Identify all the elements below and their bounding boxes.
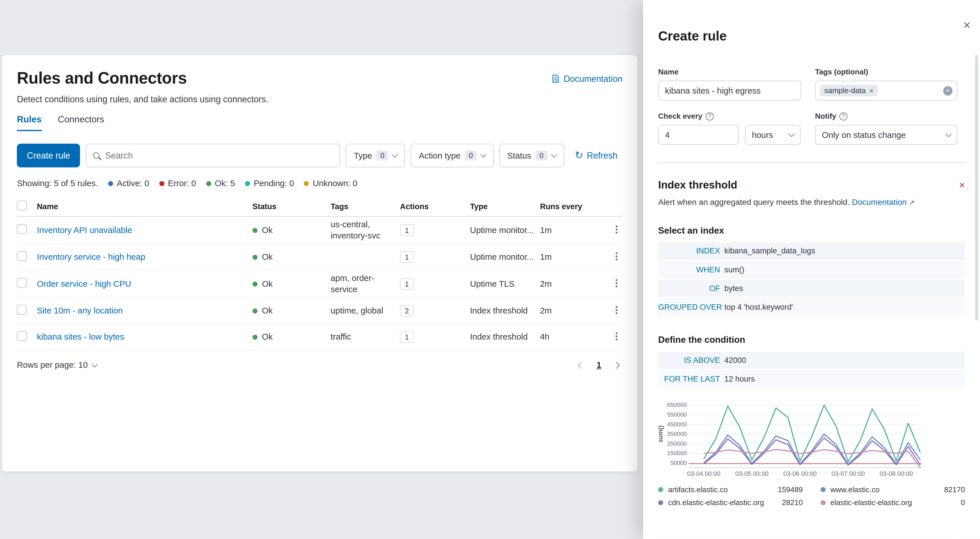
close-icon[interactable]: × xyxy=(963,19,970,31)
chevron-down-icon xyxy=(550,151,557,158)
rule-name-link[interactable]: kibana sites - low bytes xyxy=(37,333,124,342)
tab-connectors[interactable]: Connectors xyxy=(58,114,104,131)
column-type[interactable]: Type xyxy=(470,202,540,211)
help-icon[interactable]: ? xyxy=(839,112,848,120)
rule-type-text: Uptime TLS xyxy=(470,279,540,289)
help-icon[interactable]: ? xyxy=(705,112,713,120)
refresh-button[interactable]: ↻ Refresh xyxy=(570,144,622,168)
rule-name-link[interactable]: Inventory API unavailable xyxy=(37,225,132,235)
expression-index[interactable]: INDEXkibana_sample_data_logs xyxy=(658,242,965,260)
row-actions-kebab-icon[interactable] xyxy=(616,229,618,231)
status-dot xyxy=(108,181,113,185)
tab-rules[interactable]: Rules xyxy=(17,114,42,131)
row-checkbox[interactable] xyxy=(17,305,27,315)
create-rule-button[interactable]: Create rule xyxy=(17,144,80,168)
table-row: kibana sites - low bytes Ok traffic 1 In… xyxy=(17,324,622,350)
next-page-icon[interactable] xyxy=(613,362,620,369)
actions-count-badge: 1 xyxy=(400,251,414,263)
rows-per-page-selector[interactable]: Rows per page: 10 xyxy=(17,360,97,370)
column-runs-every[interactable]: Runs every xyxy=(540,202,597,211)
rules-and-connectors-panel: Rules and Connectors Documentation Detec… xyxy=(2,55,638,471)
expression-of[interactable]: OFbytes xyxy=(658,280,965,297)
filter-action-type[interactable]: Action type0 xyxy=(410,144,493,168)
check-every-input[interactable] xyxy=(658,125,739,145)
legend-item[interactable]: cdn.elastic-elastic-elastic.org28210 xyxy=(658,498,803,507)
actions-count-badge: 1 xyxy=(400,224,414,236)
status-text: Ok xyxy=(262,279,273,289)
filter-count-badge: 0 xyxy=(465,151,477,161)
legend-series-name: www.elastic.co xyxy=(830,485,879,494)
filter-type[interactable]: Type0 xyxy=(346,144,405,168)
runs-every-text: 4h xyxy=(540,333,597,342)
clear-tags-icon[interactable]: × xyxy=(943,86,953,95)
rule-type-title: Index threshold xyxy=(658,179,737,192)
expression-is-above[interactable]: IS ABOVE42000 xyxy=(658,352,965,369)
status-text: Ok xyxy=(262,225,273,235)
rule-name-link[interactable]: Site 10m - any location xyxy=(37,306,123,315)
filter-count-badge: 0 xyxy=(535,151,547,161)
refresh-label: Refresh xyxy=(587,151,618,161)
select-all-checkbox[interactable] xyxy=(17,201,27,211)
filter-status[interactable]: Status0 xyxy=(499,144,564,168)
expression-when[interactable]: WHENsum() xyxy=(658,261,965,279)
table-row: Inventory API unavailable Ok us-central,… xyxy=(17,217,622,244)
rule-type-documentation-link[interactable]: Documentation ↗ xyxy=(852,197,915,207)
status-text: Ok xyxy=(262,252,273,262)
condition-heading: Define the condition xyxy=(658,335,965,345)
rule-name-link[interactable]: Inventory service - high heap xyxy=(37,252,145,262)
column-name[interactable]: Name xyxy=(37,202,253,211)
column-status[interactable]: Status xyxy=(253,202,331,211)
legend-color-dot xyxy=(820,487,825,492)
tag-badge-label: sample-data xyxy=(824,86,866,95)
row-checkbox[interactable] xyxy=(17,278,27,288)
row-checkbox[interactable] xyxy=(17,331,27,341)
legend-item[interactable]: www.elastic.co82170 xyxy=(820,485,965,494)
tags-input[interactable]: sample-data × × xyxy=(815,81,958,101)
tags-text: apm, order-service xyxy=(331,273,400,295)
expression-for-the-last[interactable]: FOR THE LAST12 hours xyxy=(658,370,965,388)
legend-item[interactable]: artifacts.elastic.co159489 xyxy=(658,485,803,494)
stat-error: Error: 0 xyxy=(159,179,196,188)
status-dot xyxy=(253,308,258,313)
condition-expression-list: IS ABOVE42000FOR THE LAST12 hours xyxy=(658,352,965,388)
refresh-icon: ↻ xyxy=(575,151,583,161)
remove-rule-type-icon[interactable]: × xyxy=(959,181,965,190)
svg-text:450000: 450000 xyxy=(667,421,687,428)
expression-grouped-over[interactable]: GROUPED OVERtop 4 'host.keyword' xyxy=(658,298,965,316)
stat-label: Error: 0 xyxy=(168,179,196,188)
page-number-1[interactable]: 1 xyxy=(597,360,601,370)
tags-text: traffic xyxy=(331,331,400,342)
rule-type-text: Uptime monitor... xyxy=(470,252,540,262)
row-actions-kebab-icon[interactable] xyxy=(616,282,618,284)
documentation-link[interactable]: Documentation xyxy=(551,74,622,84)
rule-name-input[interactable] xyxy=(658,81,802,101)
check-every-unit-select[interactable]: hours xyxy=(745,125,800,145)
stat-label: Unknown: 0 xyxy=(313,179,358,188)
search-input[interactable] xyxy=(105,151,333,161)
column-actions[interactable]: Actions xyxy=(400,202,470,211)
row-checkbox[interactable] xyxy=(17,224,27,234)
expression-keyword: IS ABOVE xyxy=(658,356,720,365)
filter-count-badge: 0 xyxy=(376,151,388,161)
column-tags[interactable]: Tags xyxy=(331,202,400,211)
flyout-scrollbar[interactable] xyxy=(975,55,978,320)
status-dot xyxy=(253,255,258,260)
tabs: Rules Connectors xyxy=(17,114,622,131)
legend-color-dot xyxy=(658,500,663,505)
remove-tag-icon[interactable]: × xyxy=(869,87,873,94)
row-checkbox[interactable] xyxy=(17,251,27,261)
legend-color-dot xyxy=(820,500,825,505)
select-index-heading: Select an index xyxy=(658,225,965,236)
rule-type-text: Index threshold xyxy=(470,333,540,342)
expression-value: 12 hours xyxy=(724,375,755,383)
legend-color-dot xyxy=(658,487,663,492)
row-actions-kebab-icon[interactable] xyxy=(616,255,618,257)
documentation-label: Documentation xyxy=(564,74,622,84)
row-actions-kebab-icon[interactable] xyxy=(616,336,618,338)
rule-name-link[interactable]: Order service - high CPU xyxy=(37,279,131,289)
row-actions-kebab-icon[interactable] xyxy=(616,309,618,311)
notify-select[interactable]: Only on status change xyxy=(815,125,958,145)
legend-item[interactable]: elastic-elastic-elastic.org0 xyxy=(820,498,965,507)
status-dot xyxy=(245,181,250,185)
page-subtitle: Detect conditions using rules, and take … xyxy=(17,94,622,104)
